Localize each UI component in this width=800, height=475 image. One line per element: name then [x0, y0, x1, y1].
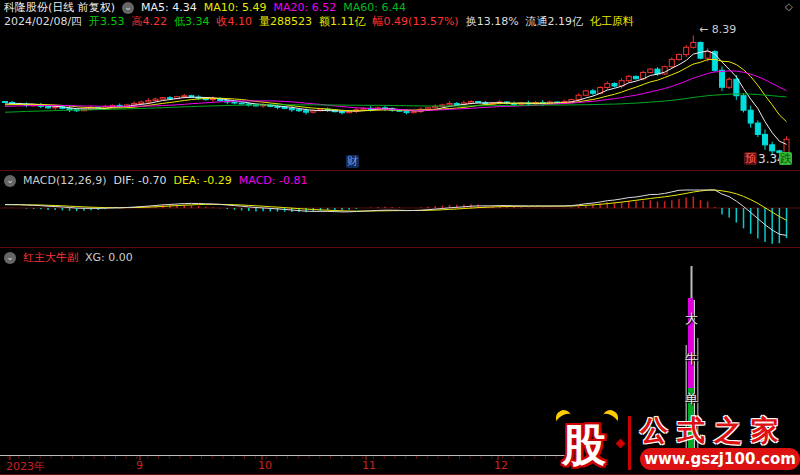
- axis-month-label: 12: [494, 459, 508, 472]
- info-item: 高4.22: [132, 15, 168, 28]
- logo-symbol: 股: [562, 416, 606, 475]
- chevron-down-icon[interactable]: ⌄: [122, 2, 134, 14]
- finance-report-badge[interactable]: 财: [346, 155, 359, 168]
- bull-signal-char: 牛: [685, 350, 698, 368]
- dif-value: DIF: -0.70: [114, 174, 167, 187]
- panel-menu-icon[interactable]: ◇: [785, 1, 793, 12]
- signal-header: ⌄ 红主大牛副 XG: 0.00: [4, 251, 140, 264]
- signal-title: 红主大牛副: [23, 251, 78, 264]
- ma-value: MA60: 6.44: [343, 1, 406, 14]
- macd-title: MACD(12,26,9): [23, 174, 107, 187]
- info-item: 开3.53: [89, 15, 125, 28]
- ma-value: MA20: 6.52: [274, 1, 337, 14]
- axis-month-label: 9: [136, 459, 143, 472]
- title-bar: 科隆股份(日线 前复权) ⌄ MA5: 4.34MA10: 5.49MA20: …: [4, 1, 413, 14]
- info-bar: 2024/02/08/四开3.53高4.22低3.34收4.10量288523额…: [4, 15, 641, 28]
- axis-month-label: 10: [258, 459, 272, 472]
- macd-header: ⌄ MACD(12,26,9) DIF: -0.70 DEA: -0.29 MA…: [4, 174, 314, 187]
- info-item: 收4.10: [217, 15, 253, 28]
- info-item: 流通2.19亿: [526, 15, 584, 28]
- logo-divider: [628, 416, 631, 470]
- chevron-down-icon[interactable]: ⌄: [4, 252, 16, 264]
- info-item: 化工原料: [590, 15, 634, 28]
- diamond-icon: [616, 439, 626, 449]
- alert-badge[interactable]: 预: [744, 152, 757, 165]
- info-item: 低3.34: [174, 15, 210, 28]
- info-item: 幅0.49(13.57%): [373, 15, 459, 28]
- bull-signal-char: 大: [685, 310, 698, 328]
- stock-title: 科隆股份(日线 前复权): [4, 1, 115, 14]
- axis-month-label: 11: [362, 459, 376, 472]
- macd-value: MACD: -0.81: [239, 174, 308, 187]
- ma-values: MA5: 4.34MA10: 5.49MA20: 6.52MA60: 6.44: [141, 1, 413, 14]
- chart-canvas[interactable]: [0, 0, 800, 475]
- info-item: 换13.18%: [466, 15, 519, 28]
- fall-badge[interactable]: 跌: [779, 152, 792, 165]
- bull-signal-char: 单: [685, 390, 698, 408]
- xg-value: XG: 0.00: [85, 251, 133, 264]
- chevron-down-icon[interactable]: ⌄: [4, 175, 16, 187]
- peak-price-annotation: ← 8.39: [699, 23, 736, 36]
- axis-month-label: 2023年: [6, 459, 45, 474]
- stock-app-window: 科隆股份(日线 前复权) ⌄ MA5: 4.34MA10: 5.49MA20: …: [0, 0, 800, 475]
- ma-value: MA5: 4.34: [141, 1, 197, 14]
- logo-url: www.gszj100.com: [640, 448, 800, 470]
- info-item: 额1.11亿: [319, 15, 366, 28]
- info-item: 量288523: [259, 15, 312, 28]
- ma-value: MA10: 5.49: [204, 1, 267, 14]
- info-item: 2024/02/08/四: [4, 15, 82, 28]
- dea-value: DEA: -0.29: [173, 174, 231, 187]
- gszj-logo: 股 公式之家 www.gszj100.com: [556, 408, 800, 474]
- logo-name: 公式之家: [640, 412, 788, 450]
